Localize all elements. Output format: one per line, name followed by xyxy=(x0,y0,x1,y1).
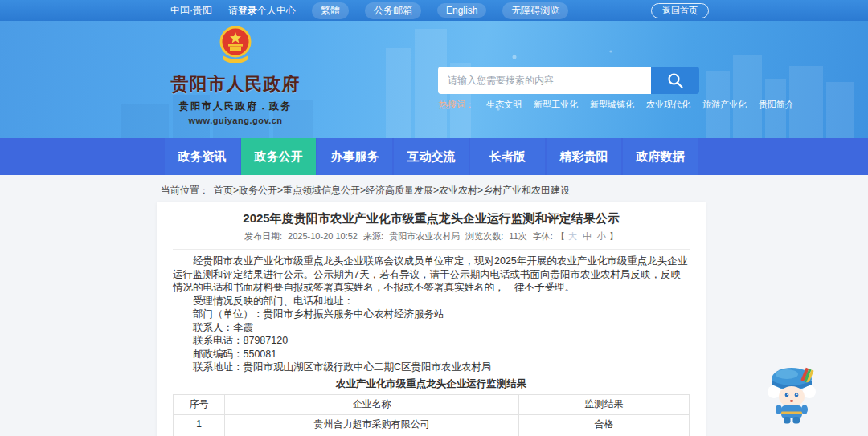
paragraph-announcement: 经贵阳市农业产业化市级重点龙头企业联席会议成员单位审定，现对2025年开展的农业… xyxy=(173,255,690,295)
login-bold: 登录 xyxy=(238,5,257,16)
bracket-open: 【 xyxy=(556,231,565,241)
topbar-pill-english[interactable]: English xyxy=(437,3,486,18)
contact-phone: 联系电话：87987120 xyxy=(173,334,690,348)
nav-tab-services[interactable]: 办事服务 xyxy=(317,138,392,175)
table-row: 1 贵州合力超市采购有限公司 合格 xyxy=(174,414,690,434)
search-icon xyxy=(665,71,685,90)
hot-search-term-urbanization[interactable]: 新型城镇化 xyxy=(590,99,634,111)
site-tagline: 贵阳市人民政府．政务 xyxy=(167,100,304,113)
hot-search-label: 热搜词： xyxy=(439,99,474,111)
font-size-small-button[interactable]: 小 xyxy=(597,231,606,241)
header-index: 序号 xyxy=(174,394,225,414)
font-size-label: 字体: xyxy=(533,231,553,241)
monitor-result: 合格 xyxy=(519,414,690,434)
bracket-close: 】 xyxy=(609,231,618,241)
hot-search-term-agriculture[interactable]: 农业现代化 xyxy=(646,99,690,111)
company-name: 贵州合力超市采购有限公司 xyxy=(225,414,519,434)
hot-search-term-industrialization[interactable]: 新型工业化 xyxy=(534,99,578,111)
top-utility-bar: 中国·贵阳 请登录个人中心 繁體 公务邮箱 English 无障碍浏览 xyxy=(0,0,868,21)
publish-date-label: 发布日期: xyxy=(244,231,282,241)
city-skyline-decoration xyxy=(0,21,868,138)
font-size-large-button[interactable]: 大 xyxy=(568,231,577,241)
return-home-button[interactable]: 返回首页 xyxy=(651,3,709,18)
article-body: 经贵阳市农业产业化市级重点龙头企业联席会议成员单位审定，现对2025年开展的农业… xyxy=(173,255,690,374)
login-suffix: 个人中心 xyxy=(257,5,296,16)
topbar-link-china-guiyang[interactable]: 中国·贵阳 xyxy=(170,4,212,18)
article-card: 2025年度贵阳市农业产业化市级重点龙头企业运行监测和评定结果公示 发布日期: … xyxy=(157,202,706,436)
topbar-pill-traditional-chinese[interactable]: 繁體 xyxy=(312,2,349,19)
search-button[interactable] xyxy=(651,67,699,94)
publish-date: 2025-10-20 10:52 xyxy=(288,231,358,241)
site-name: 贵阳市人民政府 xyxy=(167,72,304,96)
search-input[interactable] xyxy=(438,67,651,94)
source: 贵阳市农业农村局 xyxy=(389,231,460,241)
nav-tab-elderly-version[interactable]: 长者版 xyxy=(470,138,545,175)
table-header-row: 序号 企业名称 监测结果 xyxy=(174,394,690,414)
mascot-figure[interactable] xyxy=(764,363,820,426)
monitor-result-table: 序号 企业名称 监测结果 1 贵州合力超市采购有限公司 合格 2 贵州友禾种业有… xyxy=(173,394,690,436)
article-title: 2025年度贵阳市农业产业化市级重点龙头企业运行监测和评定结果公示 xyxy=(173,211,690,226)
views-count: 11次 xyxy=(509,231,526,241)
hot-search-row: 热搜词： 生态文明 新型工业化 新型城镇化 农业现代化 旅游产业化 贵阳简介 xyxy=(439,99,794,111)
nav-tab-wonderful-guiyang[interactable]: 精彩贵阳 xyxy=(547,138,621,175)
site-logo-block[interactable]: 贵阳市人民政府 贵阳市人民政府．政务 www.guiyang.gov.cn xyxy=(167,25,304,125)
topbar-pill-official-mail[interactable]: 公务邮箱 xyxy=(365,2,421,19)
font-size-medium-button[interactable]: 中 xyxy=(583,231,592,241)
row-index: 1 xyxy=(174,414,225,434)
contact-address: 联系地址：贵阳市观山湖区市级行政中心二期C区贵阳市农业农村局 xyxy=(173,361,690,374)
breadcrumb: 当前位置：首页>政务公开>重点领域信息公开>经济高质量发展>农业农村>乡村产业和… xyxy=(161,184,570,198)
views-label: 浏览次数: xyxy=(465,231,503,241)
source-label: 来源: xyxy=(363,231,383,241)
breadcrumb-path[interactable]: 首页>政务公开>重点领域信息公开>经济高质量发展>农业农村>乡村产业和农田建设 xyxy=(214,185,570,196)
nav-tab-information-disclosure[interactable]: 政务公开 xyxy=(241,138,316,175)
header-company-name: 企业名称 xyxy=(225,394,519,414)
hot-search-term-ecology[interactable]: 生态文明 xyxy=(486,99,522,111)
breadcrumb-label: 当前位置： xyxy=(161,185,209,196)
topbar-pill-accessibility[interactable]: 无障碍浏览 xyxy=(502,2,568,19)
nav-tab-government-data[interactable]: 政府数据 xyxy=(623,138,698,175)
contact-department: 部门（单位）：贵阳市乡村振兴服务中心农村经济服务站 xyxy=(173,308,690,321)
contact-postcode: 邮政编码：550081 xyxy=(173,348,690,361)
header-banner: 贵阳市人民政府 贵阳市人民政府．政务 www.guiyang.gov.cn 热搜… xyxy=(0,21,868,138)
article-meta: 发布日期: 2025-10-20 10:52 来源: 贵阳市农业农村局 浏览次数… xyxy=(173,230,690,250)
search-box xyxy=(438,67,699,94)
header-result: 监测结果 xyxy=(519,394,690,414)
hot-search-term-tourism[interactable]: 旅游产业化 xyxy=(702,99,747,111)
paragraph-contact-intro: 受理情况反映的部门、电话和地址： xyxy=(173,295,690,308)
hot-search-term-guiyang-intro[interactable]: 贵阳简介 xyxy=(759,99,794,111)
contact-person: 联系人：李霞 xyxy=(173,321,690,335)
main-navigation: 政务资讯 政务公开 办事服务 互动交流 长者版 精彩贵阳 政府数据 xyxy=(0,138,868,175)
national-emblem-icon xyxy=(216,25,255,68)
site-url: www.guiyang.gov.cn xyxy=(167,116,304,125)
nav-tab-interaction[interactable]: 互动交流 xyxy=(394,138,469,175)
nav-tab-government-news[interactable]: 政务资讯 xyxy=(165,138,240,175)
topbar-login-link[interactable]: 请登录个人中心 xyxy=(228,4,296,18)
login-prefix: 请 xyxy=(228,5,238,16)
nav-items: 政务资讯 政务公开 办事服务 互动交流 长者版 精彩贵阳 政府数据 xyxy=(165,138,698,175)
table-caption: 农业产业化市级重点龙头企业运行监测结果 xyxy=(173,377,690,391)
